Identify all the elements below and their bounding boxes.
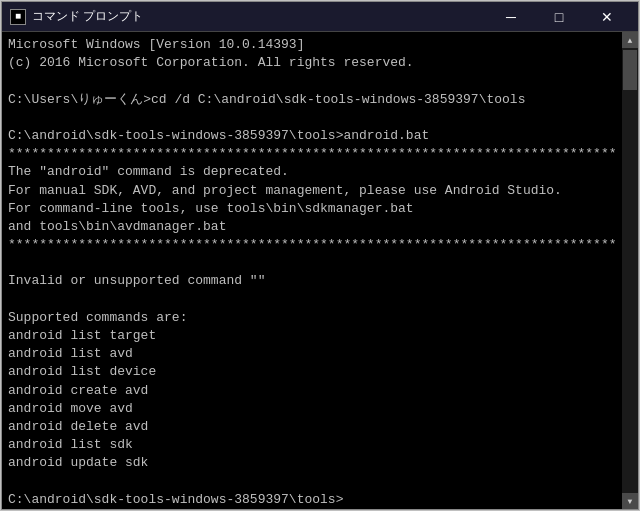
window-icon-char: ■ (15, 11, 21, 22)
vertical-scrollbar: ▲ ▼ (622, 32, 638, 509)
command-prompt-window: ■ コマンド プロンプト ─ □ ✕ Microsoft Windows [Ve… (1, 1, 639, 510)
terminal-area: Microsoft Windows [Version 10.0.14393] (… (2, 32, 638, 509)
window-icon: ■ (10, 9, 26, 25)
titlebar: ■ コマンド プロンプト ─ □ ✕ (2, 2, 638, 32)
window-title: コマンド プロンプト (32, 8, 143, 25)
titlebar-controls: ─ □ ✕ (488, 2, 630, 32)
scrollbar-up-button[interactable]: ▲ (622, 32, 638, 48)
scrollbar-down-button[interactable]: ▼ (622, 493, 638, 509)
terminal-output[interactable]: Microsoft Windows [Version 10.0.14393] (… (2, 32, 622, 509)
maximize-button[interactable]: □ (536, 2, 582, 32)
scrollbar-thumb[interactable] (623, 50, 637, 90)
close-button[interactable]: ✕ (584, 2, 630, 32)
titlebar-left: ■ コマンド プロンプト (10, 8, 143, 25)
minimize-button[interactable]: ─ (488, 2, 534, 32)
scrollbar-track (622, 48, 638, 493)
